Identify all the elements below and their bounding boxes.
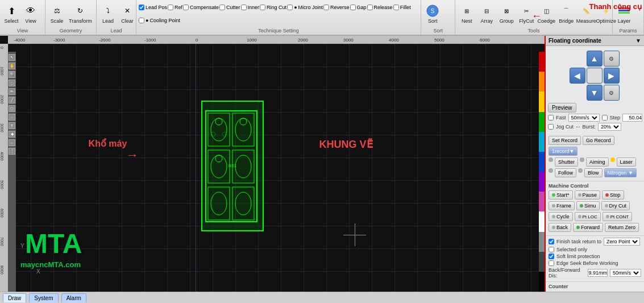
color-yellow[interactable] <box>539 92 545 111</box>
bridge-button[interactable]: ⌒ Bridge <box>557 3 575 24</box>
color-blue[interactable] <box>539 152 545 172</box>
cooling-point-check[interactable]: ● Cooling Point <box>139 18 180 23</box>
select-button[interactable]: ⬆ Select <box>2 3 20 24</box>
shutter-btn[interactable]: Shutter <box>555 157 578 167</box>
color-green[interactable] <box>539 112 545 132</box>
view-button[interactable]: 👁 View <box>22 3 40 24</box>
speed-select[interactable]: 50mm/s <box>610 269 641 277</box>
nav-settings-top[interactable]: ⚙ <box>604 51 620 67</box>
stop-btn[interactable]: Stop <box>602 190 624 200</box>
color-pink[interactable] <box>539 192 545 211</box>
pt-cont-btn[interactable]: Pt CONT <box>603 212 632 221</box>
burst-select[interactable]: 20% <box>598 123 621 131</box>
forward-btn[interactable]: Forward <box>573 223 603 232</box>
svg-point-12 <box>240 118 247 125</box>
ring-cut-check[interactable]: Ring Cut <box>260 5 286 10</box>
color-white[interactable] <box>539 211 545 231</box>
color-cyan[interactable] <box>539 132 545 152</box>
rp-header: Floating coordinate ▼ <box>546 36 644 46</box>
group-button[interactable]: ⊠ Group <box>497 3 516 24</box>
zero-point-select[interactable]: Zero Point <box>604 238 640 246</box>
go-record-btn[interactable]: Go Record <box>583 136 614 145</box>
transform-button[interactable]: ↻ Transform <box>67 3 94 24</box>
alarm-tab[interactable]: Alarm <box>61 293 86 302</box>
tool-circle[interactable]: ○ <box>9 114 15 121</box>
rp-dropdown-arrow[interactable]: ▼ <box>635 38 641 44</box>
simu-btn[interactable]: Simu <box>576 201 600 210</box>
follow-btn[interactable]: Follow <box>555 168 576 177</box>
start-btn[interactable]: Start* <box>549 190 573 200</box>
tool-line[interactable]: ╱ <box>9 97 15 103</box>
nest-button[interactable]: ⊞ Nest <box>458 3 476 24</box>
cycle-btn[interactable]: Cycle <box>549 212 573 221</box>
left-tools: ↖ ✋ 🔍 □ ✏ ╱ ◻ ○ T ◆ ↔ ⋮ <box>8 52 16 292</box>
tool-rect[interactable]: ◻ <box>9 105 15 112</box>
fillet-check[interactable]: Fillet <box>393 5 411 10</box>
release-check[interactable]: Release <box>367 5 393 10</box>
color-purple[interactable] <box>539 172 545 192</box>
step-check[interactable] <box>602 115 608 121</box>
edge-seek-check[interactable] <box>549 260 554 266</box>
nitrogen-btn[interactable]: Nitrogen ▼ <box>604 168 637 177</box>
fast-check[interactable] <box>548 115 554 121</box>
pause-btn[interactable]: Pause <box>575 190 601 200</box>
pt-loc-btn[interactable]: Pt LOC <box>575 212 601 221</box>
return-zero-btn[interactable]: Return Zero <box>605 223 639 232</box>
canvas-area[interactable]: -4000 -3000 -2000 -1000 0 1000 2000 3000… <box>0 36 545 292</box>
set-record-btn[interactable]: Set Record <box>549 136 581 145</box>
tool-extra[interactable]: ⋮ <box>9 148 15 155</box>
tool-arrow[interactable]: ↖ <box>9 54 15 61</box>
nav-center[interactable] <box>587 68 603 84</box>
khung-ve-label: KHUNG VẼ <box>319 138 373 151</box>
finish-task-check[interactable] <box>549 239 554 244</box>
frame-btn[interactable]: Frame <box>549 201 575 210</box>
array-button[interactable]: ⊟ Array <box>477 3 496 24</box>
canvas-content[interactable]: ↖ ✋ 🔍 □ ✏ ╱ ◻ ○ T ◆ ↔ ⋮ <box>8 44 545 292</box>
nav-up[interactable]: ▲ <box>587 51 603 67</box>
y-axis-label: Y <box>20 243 24 249</box>
dis-input[interactable] <box>588 269 608 277</box>
cutter-check[interactable]: Cutter <box>219 5 240 10</box>
compensate-check[interactable]: Compensate <box>183 5 219 10</box>
inner-check[interactable]: Inner <box>241 5 260 10</box>
sort-button[interactable]: S Sort <box>423 3 442 24</box>
blow-btn[interactable]: Blow <box>584 168 603 177</box>
selected-only-check[interactable] <box>549 247 554 252</box>
soft-limit-check[interactable] <box>549 254 554 259</box>
nav-left[interactable]: ◀ <box>570 68 585 84</box>
system-tab[interactable]: System <box>29 293 58 302</box>
color-red[interactable] <box>539 52 545 72</box>
color-black[interactable] <box>539 272 545 292</box>
clear-button[interactable]: ✕ Clear <box>118 3 136 24</box>
aiming-btn[interactable]: Aiming <box>586 157 609 167</box>
tool-hand[interactable]: ✋ <box>9 63 15 69</box>
dry-cut-btn[interactable]: Dry Cut <box>601 201 630 210</box>
back-btn[interactable]: Back <box>549 223 571 232</box>
tool-zoom[interactable]: 🔍 <box>9 71 15 78</box>
tool-measure[interactable]: ↔ <box>9 139 15 146</box>
preview-button[interactable]: Preview <box>548 103 576 113</box>
tool-text[interactable]: T <box>9 122 15 129</box>
color-orange[interactable] <box>539 72 545 92</box>
fast-select[interactable]: 50mm/s <box>568 114 600 122</box>
draw-tab[interactable]: Draw <box>3 293 26 302</box>
reverse-check[interactable]: Reverse <box>323 5 350 10</box>
gap-check[interactable]: Gap <box>350 5 367 10</box>
scale-button[interactable]: ⚖ Scale <box>48 3 66 24</box>
tool-select[interactable]: □ <box>9 80 15 86</box>
lead-pos-check[interactable]: Lead Pos <box>139 5 167 10</box>
nav-down[interactable]: ▼ <box>587 85 603 101</box>
color-darkgray[interactable] <box>539 252 545 272</box>
micro-joint-check[interactable]: ● Micro Joint <box>287 5 323 10</box>
nav-right[interactable]: ▶ <box>604 68 620 84</box>
color-gray[interactable] <box>539 232 545 252</box>
jog-check[interactable] <box>548 124 554 130</box>
laser-btn[interactable]: Laser <box>617 157 637 167</box>
ref-check[interactable]: Ref <box>168 5 182 10</box>
lead-button[interactable]: ⤵ Lead <box>99 3 117 24</box>
step-input[interactable] <box>622 114 642 122</box>
tool-pen[interactable]: ✏ <box>9 88 15 95</box>
nav-settings-bot[interactable]: ⚙ <box>604 85 620 101</box>
tool-node[interactable]: ◆ <box>9 131 15 138</box>
1record-btn[interactable]: 1record▼ <box>549 147 577 156</box>
